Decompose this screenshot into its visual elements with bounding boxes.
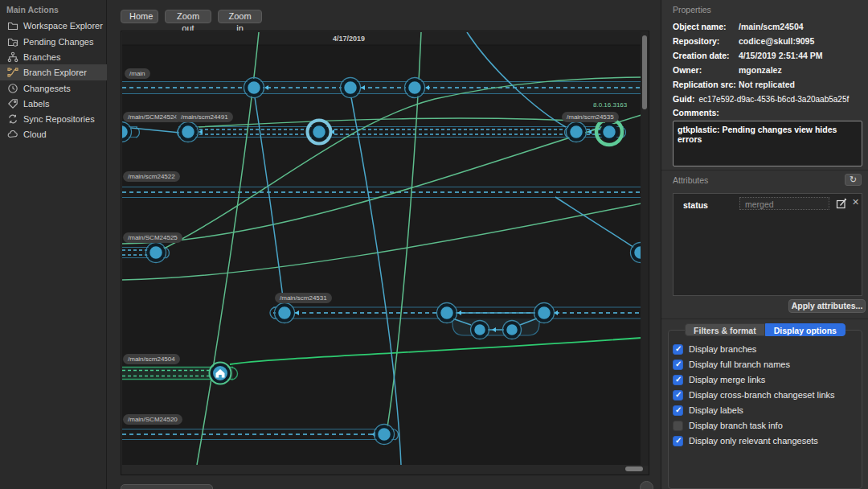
prop-replication-src: Replication src:Not replicated (673, 80, 862, 89)
changeset-node-highlighted (308, 121, 331, 144)
attribute-value-field[interactable]: merged (739, 197, 829, 210)
prop-guid: Guid:ec17e592-d9ac-4536-b6cd-3a20aab5a25… (673, 94, 866, 104)
home-button[interactable]: Home (121, 10, 158, 23)
branch-explorer-canvas[interactable]: 4/17/2019 /main /main/SCM24524 /main/scm… (122, 32, 641, 466)
prop-owner: Owner:mgonzalez (673, 65, 862, 75)
sidebar-item-branches[interactable]: Branches (0, 49, 107, 65)
bottom-right-button-partial[interactable] (640, 481, 653, 489)
attributes-box: status merged ✕ (673, 193, 862, 296)
zoom-out-button[interactable]: Zoom out (165, 10, 211, 23)
sidebar: Main Actions Workspace Explorer Pending … (0, 0, 107, 489)
sidebar-header: Main Actions (6, 5, 59, 14)
checkbox-display-cross-branch-links[interactable]: Display cross-branch changeset links (673, 389, 835, 401)
zoom-in-button[interactable]: Zoom in (218, 10, 262, 23)
pending-changes-icon (7, 36, 18, 47)
tab-display-options[interactable]: Display options (765, 323, 845, 336)
sidebar-item-branch-explorer[interactable]: Branch Explorer (0, 64, 107, 80)
attributes-title: Attributes (673, 175, 708, 185)
prop-comments-label: Comments: (673, 108, 862, 117)
checkbox-display-only-relevant[interactable]: Display only relevant changesets (673, 435, 818, 446)
branch-label-scm24531[interactable]: /main/scm24531 (275, 293, 332, 303)
checkbox-display-branch-task-info[interactable]: Display branch task info (673, 420, 783, 431)
tab-filters-format[interactable]: Filters & format (685, 323, 765, 336)
branch-explorer-icon (7, 67, 18, 78)
horizontal-scrollbar-thumb[interactable] (625, 466, 643, 471)
checkbox-display-branches[interactable]: Display branches (673, 343, 756, 355)
branch-label-scm24522[interactable]: /main/scm24522 (123, 171, 180, 182)
checkbox-icon[interactable] (673, 421, 683, 431)
branch-label-scm24535[interactable]: /main/scm24535 (562, 112, 619, 122)
checkbox-display-merge-links[interactable]: Display merge links (673, 374, 765, 385)
vertical-scrollbar[interactable] (641, 32, 649, 466)
properties-title: Properties (673, 5, 711, 14)
checkbox-icon[interactable] (673, 436, 683, 446)
checkbox-icon[interactable] (673, 375, 683, 385)
labels-icon (7, 98, 18, 109)
branch-label-scm24525[interactable]: /main/SCM24525 (123, 232, 182, 243)
changeset-node-selected (596, 119, 622, 145)
branch-label-scm24520[interactable]: /main/SCM24520 (123, 414, 182, 425)
working-changeset-home-node (210, 363, 231, 384)
prop-object-name: Object name:/main/scm24504 (673, 22, 862, 31)
section-divider (661, 170, 868, 171)
refresh-attributes-button[interactable]: ↻ (845, 174, 862, 186)
date-header: 4/17/2019 (333, 35, 365, 43)
branch-label-scm24491[interactable]: /main/scm24491 (176, 112, 233, 122)
branch-label-scm24524[interactable]: /main/SCM24524 (123, 112, 182, 122)
branch-label-scm24504[interactable]: /main/scm24504 (123, 354, 180, 364)
checkbox-display-full-branch-names[interactable]: Display full branch names (673, 359, 790, 370)
sidebar-item-workspace-explorer[interactable]: Workspace Explorer (0, 18, 107, 34)
branch-diagram[interactable] (122, 32, 641, 466)
edit-icon (836, 198, 847, 209)
sync-repositories-icon (7, 113, 18, 125)
apply-attributes-button[interactable]: Apply attributes... (788, 299, 866, 313)
sidebar-item-pending-changes[interactable]: Pending Changes (0, 34, 107, 50)
sidebar-item-sync-repositories[interactable]: Sync Repositories (0, 111, 107, 127)
sidebar-item-labels[interactable]: Labels (0, 96, 107, 112)
merge-link-bright-green (230, 338, 641, 364)
sidebar-item-cloud[interactable]: Cloud (0, 126, 107, 142)
vertical-scrollbar-thumb[interactable] (642, 35, 647, 109)
checkbox-icon[interactable] (673, 405, 683, 416)
edit-attribute-button[interactable] (836, 198, 847, 209)
branch-explorer-frame: 4/17/2019 /main /main/SCM24524 /main/scm… (121, 31, 649, 475)
merge-links-blue (131, 32, 637, 465)
tab-bar: Filters & format Display options (661, 323, 868, 336)
branches-icon (7, 51, 18, 63)
comments-textarea[interactable]: gtkplastic: Pending changes view hides e… (673, 121, 862, 166)
changesets-icon (7, 83, 18, 94)
delete-attribute-button[interactable]: ✕ (852, 197, 859, 208)
date-header-strip (122, 32, 641, 45)
bottom-toolbar-button-partial[interactable] (121, 484, 213, 489)
refresh-icon: ↻ (850, 175, 857, 184)
workspace-explorer-icon (7, 20, 18, 31)
horizontal-scrollbar[interactable] (122, 465, 641, 473)
section-divider (661, 318, 868, 319)
branch-label-main[interactable]: /main (125, 68, 150, 79)
plastic-scm-window: Main Actions Workspace Explorer Pending … (0, 0, 868, 489)
version-label: 8.0.16.3163 (593, 101, 627, 109)
sidebar-item-changesets[interactable]: Changesets (0, 80, 107, 97)
prop-creation-date: Creation date:4/15/2019 2:51:44 PM (673, 51, 862, 60)
attribute-name: status (683, 200, 708, 210)
checkbox-icon[interactable] (673, 344, 683, 355)
properties-panel: Properties Object name:/main/scm24504 Re… (661, 0, 868, 489)
checkbox-icon[interactable] (673, 360, 683, 370)
merge-links-green (122, 32, 641, 465)
checkbox-display-labels[interactable]: Display labels (673, 405, 743, 416)
prop-repository: Repository:codice@skull:9095 (673, 36, 862, 46)
checkbox-icon[interactable] (673, 390, 683, 401)
cloud-icon (7, 129, 18, 140)
